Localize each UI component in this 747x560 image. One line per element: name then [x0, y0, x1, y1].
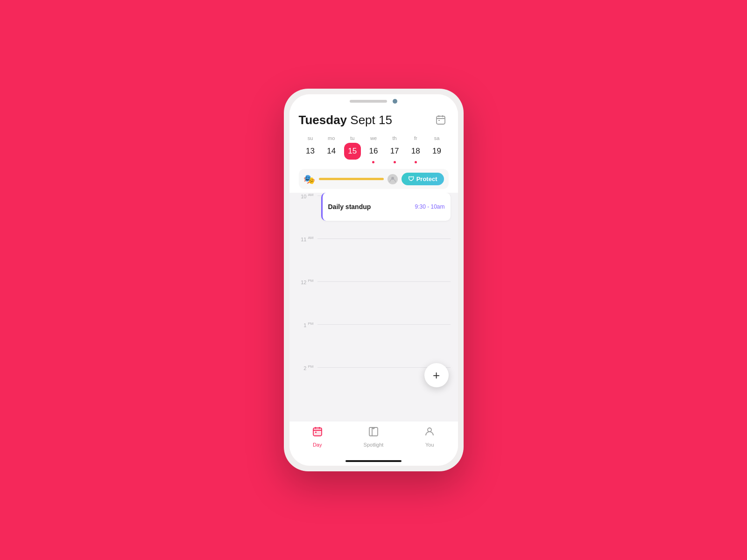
spotlight-nav-icon [368, 426, 379, 440]
day-nav-icon [312, 426, 323, 440]
avatar-icon [389, 176, 396, 182]
time-row-10am: 10 AM Daily standup 9:30 - 10am [289, 193, 458, 236]
day-cell-sa[interactable]: sa 19 [427, 135, 446, 163]
add-event-fab[interactable]: + [424, 363, 449, 387]
nav-item-day[interactable]: Day [299, 426, 336, 448]
time-line-12pm [317, 281, 451, 282]
notch-camera [393, 99, 397, 104]
svg-point-12 [428, 428, 431, 432]
you-nav-label: You [425, 442, 434, 448]
home-bar [345, 460, 402, 462]
time-label-12pm: 12 PM [297, 279, 317, 285]
spotlight-nav-label: Spotlight [364, 442, 384, 448]
page-title: Tuesday Sept 15 [299, 113, 392, 127]
day-cell-su[interactable]: su 13 [301, 135, 320, 163]
time-line-11am [317, 238, 451, 239]
home-indicator [289, 458, 458, 466]
day-cell-th[interactable]: th 17 [385, 135, 404, 163]
nav-item-spotlight[interactable]: Spotlight [355, 426, 392, 448]
time-row-11am: 11 AM [289, 236, 458, 279]
event-time: 9:30 - 10am [415, 203, 444, 210]
svg-rect-11 [315, 432, 317, 433]
event-daily-standup[interactable]: Daily standup 9:30 - 10am [321, 193, 451, 221]
day-nav-label: Day [313, 442, 322, 448]
you-nav-icon [424, 426, 435, 440]
time-label-2pm: 2 PM [297, 364, 317, 371]
calendar-icon-button[interactable] [433, 112, 449, 128]
time-label-1pm: 1 PM [297, 322, 317, 328]
svg-rect-6 [313, 428, 322, 436]
bottom-nav: Day Spotlight You [289, 421, 458, 458]
day-cell-fr[interactable]: fr 18 [406, 135, 425, 163]
event-title: Daily standup [328, 203, 371, 210]
time-row-1pm: 1 PM [289, 322, 458, 364]
title-bold: Tuesday [299, 113, 347, 127]
header-title-row: Tuesday Sept 15 [299, 112, 449, 128]
time-label-11am: 11 AM [297, 236, 317, 242]
phone-screen: Tuesday Sept 15 su 13 [289, 94, 458, 466]
calendar-icon [435, 114, 446, 126]
week-row: su 13 mo 14 tu 15 we 16 [299, 135, 449, 163]
svg-rect-0 [437, 116, 445, 124]
header: Tuesday Sept 15 su 13 [289, 106, 458, 193]
shield-icon: 🛡 [408, 175, 414, 182]
day-cell-we[interactable]: we 16 [364, 135, 383, 163]
nav-item-you[interactable]: You [411, 426, 448, 448]
phone-frame: Tuesday Sept 15 su 13 [284, 89, 464, 471]
time-line-1pm [317, 324, 451, 325]
time-label-10am: 10 AM [297, 193, 317, 199]
banner-row: 🎭 🛡 Protect [299, 169, 449, 189]
banner-avatar [388, 174, 398, 184]
banner-emoji-icon: 🎭 [303, 174, 315, 185]
protect-button[interactable]: 🛡 Protect [402, 173, 444, 185]
day-cell-mo[interactable]: mo 14 [322, 135, 341, 163]
title-regular: Sept 15 [347, 113, 392, 127]
time-row-12pm: 12 PM [289, 279, 458, 322]
svg-rect-4 [438, 120, 440, 121]
notch-bar [289, 94, 458, 106]
notch-pill [350, 100, 387, 103]
banner-progress-bar [319, 178, 384, 180]
day-cell-tu[interactable]: tu 15 [343, 135, 362, 163]
protect-label: Protect [416, 175, 437, 182]
calendar-body[interactable]: 10 AM Daily standup 9:30 - 10am 11 AM 12… [289, 193, 458, 421]
